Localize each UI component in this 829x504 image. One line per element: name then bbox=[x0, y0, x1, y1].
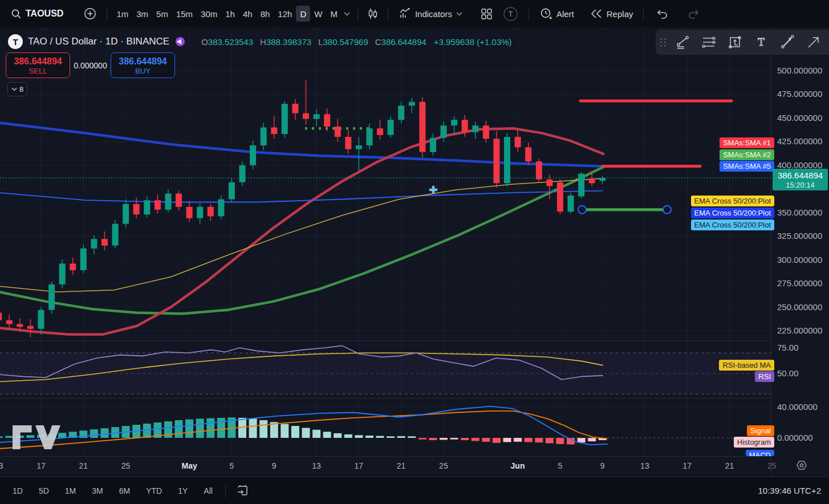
indicators-label: Indicators bbox=[415, 9, 452, 19]
trade-panel: 386.644894 SELL 0.000000 386.644894 BUY bbox=[6, 52, 175, 78]
svg-text:T: T bbox=[758, 36, 765, 48]
interval-W[interactable]: W bbox=[310, 6, 326, 22]
range-5D[interactable]: 5D bbox=[34, 483, 54, 498]
goto-date-button[interactable] bbox=[234, 481, 251, 501]
interval-4h[interactable]: 4h bbox=[239, 6, 257, 22]
chart-style-button[interactable] bbox=[363, 4, 383, 23]
range-buttons: 1D5D1M3M6MYTD1YAll bbox=[8, 483, 217, 498]
ema-cross-cyan-label[interactable]: EMA Cross 50/200:Plot bbox=[691, 220, 774, 230]
arrow-tool-icon[interactable] bbox=[802, 32, 825, 52]
range-YTD[interactable]: YTD bbox=[141, 483, 166, 498]
svg-text:250.000000: 250.000000 bbox=[777, 302, 822, 312]
sma1-label[interactable]: SMAs:SMA #1 bbox=[720, 137, 774, 148]
alert-button[interactable]: Alert bbox=[534, 4, 579, 23]
toolbar-separator bbox=[107, 7, 107, 21]
ema-cross-blue-label[interactable]: EMA Cross 50/200:Plot bbox=[691, 208, 774, 218]
macd-signal-label[interactable]: Signal bbox=[747, 425, 774, 436]
sell-button[interactable]: 386.644894 SELL bbox=[6, 52, 70, 78]
svg-text:0.000000: 0.000000 bbox=[777, 433, 813, 442]
counter-value: 8 bbox=[19, 85, 23, 94]
symbol-title[interactable]: TAO / US Dollar · 1D · BINANCE bbox=[28, 36, 169, 47]
svg-text:5: 5 bbox=[558, 461, 562, 470]
toolbar-separator bbox=[357, 7, 358, 21]
sma5-label[interactable]: SMAs:SMA #5 bbox=[720, 161, 774, 172]
interval-M[interactable]: M bbox=[326, 6, 342, 22]
replay-rewind-icon bbox=[590, 8, 603, 19]
interval-1h[interactable]: 1h bbox=[221, 6, 239, 22]
indicators-button[interactable]: Indicators bbox=[393, 4, 468, 23]
range-3M[interactable]: 3M bbox=[87, 483, 107, 498]
close-label: C bbox=[375, 37, 381, 47]
close-value: 386.644894 bbox=[381, 37, 426, 47]
redo-icon bbox=[688, 9, 700, 19]
parallel-lines-tool-icon[interactable] bbox=[697, 32, 720, 52]
svg-text:May: May bbox=[181, 461, 197, 470]
replay-label: Replay bbox=[607, 9, 633, 19]
svg-text:40.000000: 40.000000 bbox=[777, 402, 818, 412]
interval-5m[interactable]: 5m bbox=[152, 6, 172, 22]
range-6M[interactable]: 6M bbox=[115, 483, 135, 498]
interval-12h[interactable]: 12h bbox=[274, 6, 296, 22]
replay-button[interactable]: Replay bbox=[585, 4, 639, 23]
t-circle-icon: T bbox=[503, 6, 518, 22]
current-price-value: 386.644894 bbox=[773, 170, 828, 181]
redo-button[interactable] bbox=[684, 4, 704, 23]
drag-handle[interactable] bbox=[660, 38, 667, 47]
ema-cross-yellow-label[interactable]: EMA Cross 50/200:Plot bbox=[691, 196, 774, 206]
buy-button[interactable]: 386.644894 BUY bbox=[111, 52, 175, 78]
interval-3m[interactable]: 3m bbox=[132, 6, 152, 22]
svg-text:21: 21 bbox=[725, 461, 734, 470]
tradingview-app: { "topbar": { "symbol": "TAOUSD", "inter… bbox=[0, 0, 829, 504]
undo-button[interactable] bbox=[652, 4, 672, 23]
svg-text:9: 9 bbox=[272, 461, 277, 470]
symbol-logo: T bbox=[8, 34, 23, 49]
announcement-icon[interactable] bbox=[174, 36, 186, 47]
toolbar-separator bbox=[529, 7, 529, 21]
symbol-info-row: T TAO / US Dollar · 1D · BINANCE O383.52… bbox=[8, 32, 512, 51]
low-value: 380.547969 bbox=[323, 37, 368, 47]
range-1D[interactable]: 1D bbox=[8, 483, 27, 498]
symbol-search-button[interactable]: TAOUSD bbox=[6, 4, 68, 23]
text-tool-icon[interactable]: T bbox=[750, 32, 773, 52]
projection-box-tool-icon[interactable] bbox=[724, 32, 746, 52]
rsi-label[interactable]: RSI bbox=[755, 371, 774, 382]
svg-text:5: 5 bbox=[230, 461, 234, 470]
interval-D[interactable]: D bbox=[296, 6, 310, 22]
session-clock[interactable]: 10:39:46 UTC+2 bbox=[758, 486, 822, 495]
rsi-ma-label[interactable]: RSI-based MA bbox=[719, 360, 774, 371]
object-tree-counter[interactable]: 8 bbox=[7, 82, 27, 96]
range-All[interactable]: All bbox=[199, 483, 217, 498]
layout-grid-button[interactable] bbox=[476, 4, 498, 23]
scale-settings-button[interactable] bbox=[794, 458, 810, 477]
svg-text:25: 25 bbox=[767, 461, 777, 470]
interval-15m[interactable]: 15m bbox=[172, 6, 197, 22]
interval-1m[interactable]: 1m bbox=[112, 6, 132, 22]
interval-30m[interactable]: 30m bbox=[197, 6, 221, 22]
macd-histogram-label[interactable]: Histogram bbox=[734, 437, 774, 448]
search-icon bbox=[11, 9, 22, 19]
range-1M[interactable]: 1M bbox=[60, 483, 80, 498]
interval-more-chevron[interactable] bbox=[342, 4, 352, 23]
toolbar-separator bbox=[643, 7, 644, 21]
symbol-name: TAOUSD bbox=[26, 9, 63, 19]
range-1Y[interactable]: 1Y bbox=[173, 483, 192, 498]
svg-text:450.000000: 450.000000 bbox=[777, 113, 822, 123]
grid-layout-icon bbox=[481, 8, 493, 20]
alert-label: Alert bbox=[556, 9, 574, 19]
svg-text:425.000000: 425.000000 bbox=[777, 136, 822, 146]
svg-text:9: 9 bbox=[600, 461, 605, 470]
svg-text:21: 21 bbox=[79, 461, 88, 470]
arrow-marker-tool-icon[interactable] bbox=[776, 32, 799, 52]
templates-button[interactable]: T bbox=[498, 4, 523, 23]
macd-label[interactable]: MACD bbox=[746, 450, 774, 456]
high-label: H bbox=[260, 37, 266, 47]
trend-line-tool-icon[interactable] bbox=[671, 32, 694, 52]
sma2-label[interactable]: SMAs:SMA #2 bbox=[720, 149, 774, 160]
svg-text:T: T bbox=[509, 10, 513, 18]
current-price-tag: 386.644894 15:20:14 bbox=[773, 169, 828, 190]
interval-8h[interactable]: 8h bbox=[257, 6, 274, 22]
sell-label: SELL bbox=[29, 67, 47, 75]
alert-clock-icon bbox=[539, 7, 552, 21]
svg-text:325.000000: 325.000000 bbox=[777, 231, 822, 241]
compare-add-symbol-button[interactable] bbox=[79, 4, 101, 23]
